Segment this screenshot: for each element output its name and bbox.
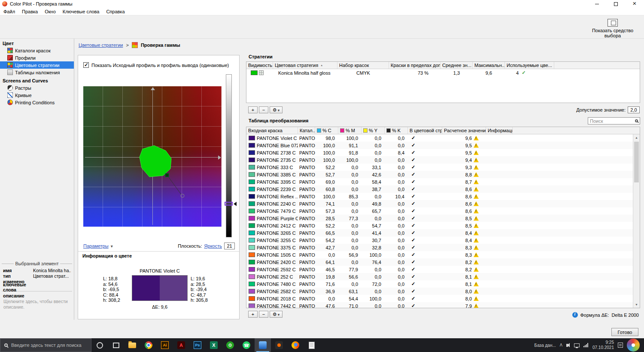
column-header[interactable]: Среднее зн...: [440, 62, 473, 69]
taskbar-button-acrobat[interactable]: [173, 338, 189, 352]
table-row[interactable]: PANTONE 2412 CPANTO...52,20,054,70,08,5: [246, 222, 640, 229]
table-row[interactable]: PANTONE 3385 CPANTO...52,70,042,60,08,8: [246, 171, 640, 178]
table-row[interactable]: PANTONE 2239 CPANTO...60,80,038,70,08,6: [246, 185, 640, 193]
add-ink-button[interactable]: [248, 311, 258, 318]
table-row[interactable]: PANTONE 7442 CPANTO...47,671,00,00,07,9: [246, 302, 640, 308]
remove-ink-button[interactable]: [259, 311, 268, 318]
table-row[interactable]: PANTONE 2240 CPANTO...74,10,049,80,08,6: [246, 200, 640, 207]
table-row[interactable]: PANTONE 1505 CPANTO...0,056,9100,00,08,3: [246, 251, 640, 258]
table-row[interactable]: PANTONE 2738 CPANTO...100,091,80,08,49,5: [246, 149, 640, 156]
tolerance-input[interactable]: [628, 106, 640, 113]
hidden-icons-caret[interactable]: ᐱ: [560, 343, 562, 347]
scrollbar-thumb[interactable]: [634, 142, 639, 182]
menu-item[interactable]: Ключевые слова: [59, 9, 103, 14]
taskbar-button-taskview[interactable]: [108, 338, 124, 352]
table-row[interactable]: PANTONE 3375 CPANTO...42,70,032,80,08,3: [246, 244, 640, 251]
strategy-settings-button[interactable]: [270, 106, 283, 113]
table-row[interactable]: PANTONE 3255 CPANTO...54,20,030,70,08,4: [246, 237, 640, 244]
close-button[interactable]: [625, 0, 644, 8]
notification-center-icon[interactable]: [618, 343, 623, 348]
table-row[interactable]: PANTONE 2735 CPANTO...100,0100,00,00,09,…: [246, 156, 640, 164]
taskbar-button-chrome[interactable]: [140, 338, 157, 352]
table-row[interactable]: PANTONE 2420 CPANTO...64,10,076,40,08,2: [246, 258, 640, 266]
table-row[interactable]: PANTONE Purple CPANTO...28,577,30,00,08,…: [246, 215, 640, 222]
chevron-down-icon[interactable]: [111, 243, 113, 249]
target-color-marker[interactable]: [181, 194, 184, 197]
sidebar-item-curves[interactable]: Кривые: [0, 91, 74, 99]
done-button[interactable]: Готово: [611, 328, 638, 336]
column-header[interactable]: % C: [315, 127, 338, 134]
breadcrumb-parent-link[interactable]: Цветовые стратегии: [79, 42, 123, 48]
lightness-slider[interactable]: [226, 74, 232, 237]
table-row[interactable]: PANTONE Blue 072 CPANTO...100,091,10,00,…: [246, 142, 640, 149]
minimize-button[interactable]: [587, 0, 606, 8]
column-header[interactable]: Набор красок: [337, 62, 389, 69]
taskbar-button-cortana[interactable]: [91, 338, 108, 352]
column-header[interactable]: Входная краска: [246, 127, 298, 134]
table-row[interactable]: PANTONE Reflex ...PANTO...100,085,30,010…: [246, 193, 640, 200]
table-row[interactable]: PANTONE 3395 CPANTO...69,00,058,40,08,7: [246, 178, 640, 185]
show-picker-button[interactable]: Показать средство выбора: [585, 19, 641, 38]
column-header[interactable]: % M: [338, 127, 361, 134]
table-row[interactable]: PANTONE 2582 CPANTO...36,963,10,00,08,0: [246, 288, 640, 295]
taskbar-button-whatsapp[interactable]: [238, 338, 255, 352]
info-icon[interactable]: [572, 312, 578, 318]
search-input[interactable]: Поиск: [588, 117, 640, 124]
colorful-app-icon[interactable]: [627, 339, 640, 352]
sidebar-item-screens[interactable]: Растры: [0, 84, 74, 91]
taskbar-button-settings[interactable]: [222, 338, 238, 352]
table-row[interactable]: PANTONE 2592 CPANTO...46,577,90,00,08,2: [246, 266, 640, 273]
column-header[interactable]: % Y: [361, 127, 385, 134]
description-placeholder[interactable]: Щелкните здесь, чтобы ввести описание.: [0, 298, 74, 310]
table-row[interactable]: PANTONE 2018 CPANTO...0,054,4100,00,08,0: [246, 295, 640, 302]
sidebar-item-swatchbook[interactable]: Каталоги красок: [0, 47, 74, 54]
column-header[interactable]: Цветовая стратегия: [273, 62, 337, 69]
maximize-button[interactable]: [606, 0, 625, 8]
plane-value-input[interactable]: [224, 243, 235, 249]
scroll-down-icon[interactable]: ▼: [633, 301, 640, 308]
table-row[interactable]: PANTONE 252 CPANTO...19,856,60,00,08,1: [246, 273, 640, 280]
table-row[interactable]: PANTONE 3265 CPANTO...66,50,041,40,08,4: [246, 229, 640, 237]
taskbar-button-fiery[interactable]: [271, 338, 287, 352]
show-profiles-checkbox[interactable]: Показать Исходный профиль и профиль выво…: [83, 62, 229, 68]
taskbar-search[interactable]: Введите здесь текст для поиска: [0, 338, 91, 352]
table-row[interactable]: PANTONE 7480 CPANTO...71,60,072,00,08,1: [246, 280, 640, 288]
menu-item[interactable]: Правка: [18, 9, 41, 14]
remove-strategy-button[interactable]: [259, 106, 268, 113]
lightness-slider-handle[interactable]: [225, 202, 233, 206]
table-row[interactable]: PANTONE 333 CPANTO...52,20,033,10,09,3: [246, 164, 640, 171]
taskbar-button-photoshop[interactable]: [189, 338, 206, 352]
parameters-link[interactable]: Параметры: [83, 243, 109, 249]
taskbar-clock[interactable]: 9:25 07.10.2021: [592, 340, 614, 351]
sidebar-item-overlay[interactable]: Таблицы наложения: [0, 69, 74, 76]
table-row[interactable]: PANTONE Violet CPANTO...98,0100,00,00,09…: [246, 134, 640, 142]
taskbar-button-explorer[interactable]: [124, 338, 140, 352]
column-header[interactable]: Краски в пределах допу...: [389, 62, 440, 69]
menu-item[interactable]: Окно: [41, 9, 59, 14]
column-header[interactable]: Видимость: [246, 62, 273, 69]
sidebar-item-printcond[interactable]: Printing Conditions: [0, 99, 74, 106]
selected-color-marker[interactable]: [165, 173, 169, 177]
network-icon[interactable]: [583, 343, 589, 347]
column-header[interactable]: Используемые цве...: [505, 62, 554, 69]
column-header[interactable]: Катал...: [298, 127, 315, 134]
menu-item[interactable]: Файл: [0, 9, 18, 14]
conversion-settings-button[interactable]: [270, 311, 283, 318]
volume-icon[interactable]: [566, 344, 568, 347]
scroll-up-icon[interactable]: ▲: [633, 134, 640, 141]
add-strategy-button[interactable]: [248, 106, 258, 113]
sidebar-item-strategies[interactable]: Цветовые стратегии: [0, 61, 74, 69]
column-header[interactable]: В цветовой стра...: [408, 127, 442, 134]
plane-mode-link[interactable]: Яркость: [204, 243, 222, 249]
taskbar-button-colorpilot[interactable]: [255, 338, 271, 352]
strategy-row[interactable]: Konica Minolta half glossCMYK73 %1,39,64: [246, 69, 640, 76]
table-scrollbar[interactable]: ▲ ▼: [633, 134, 640, 308]
column-header[interactable]: % K: [385, 127, 408, 134]
gamut-plane-view[interactable]: [83, 86, 222, 227]
table-row[interactable]: PANTONE 7479 CPANTO...57,30,065,70,08,6: [246, 207, 640, 215]
column-header[interactable]: Расчетное значени...: [442, 127, 486, 134]
taskbar-button-excel[interactable]: [206, 338, 222, 352]
column-header[interactable]: Максимальн...: [473, 62, 505, 69]
column-header[interactable]: Информация: [486, 127, 513, 134]
sidebar-item-profiles[interactable]: Профили: [0, 54, 74, 61]
